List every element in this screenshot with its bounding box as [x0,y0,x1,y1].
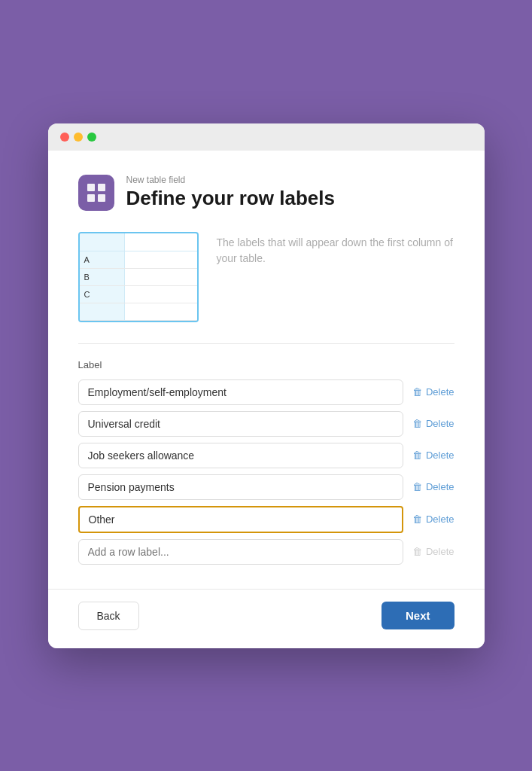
preview-col-normal [125,233,161,251]
svg-rect-3 [98,194,105,202]
label-row-1: 🗑 Delete [78,379,454,405]
delete-button-3[interactable]: 🗑 Delete [412,446,454,464]
trash-icon-1: 🗑 [412,386,422,398]
delete-label-5: Delete [426,513,454,525]
preview-col-normal-2 [161,233,197,251]
label-input-3[interactable] [78,443,403,468]
page-title: Define your row labels [126,187,335,210]
close-button[interactable] [60,133,69,142]
divider [78,343,454,344]
app-icon [78,175,114,211]
trash-icon-2: 🗑 [412,418,422,429]
trash-icon-6: 🗑 [412,546,422,557]
minimize-button[interactable] [74,133,83,142]
row-labels-list: 🗑 Delete 🗑 Delete 🗑 Delete [78,379,454,565]
traffic-lights [60,133,96,142]
back-button[interactable]: Back [78,602,139,630]
preview-row-b: B [80,269,197,286]
svg-rect-0 [87,184,95,191]
delete-button-6[interactable]: 🗑 Delete [412,543,454,560]
delete-button-1[interactable]: 🗑 Delete [412,383,454,401]
delete-label-3: Delete [426,449,454,461]
svg-rect-2 [87,194,95,202]
main-content: New table field Define your row labels A [48,151,485,589]
preview-section: A B C [78,232,454,322]
preview-cell-a-2 [161,251,197,268]
svg-rect-1 [98,184,105,191]
preview-cell-empty-2 [161,303,197,320]
delete-button-4[interactable]: 🗑 Delete [412,478,454,495]
preview-row-c: C [80,286,197,303]
page-header: New table field Define your row labels [78,175,454,211]
trash-icon-3: 🗑 [412,449,422,461]
trash-icon-5: 🗑 [412,513,422,525]
label-input-2[interactable] [78,411,403,437]
footer: Back Next [48,589,485,648]
table-preview: A B C [78,232,199,322]
maximize-button[interactable] [87,133,96,142]
label-row-2: 🗑 Delete [78,411,454,437]
title-bar [48,123,485,151]
delete-label-2: Delete [426,418,454,429]
preview-cell-empty [80,303,125,320]
preview-cell-empty-1 [125,303,161,320]
delete-button-2[interactable]: 🗑 Delete [412,415,454,432]
preview-cell-b-2 [161,269,197,285]
label-input-5[interactable] [78,506,403,533]
preview-cell-a: A [80,251,125,268]
preview-cell-b-1 [125,269,161,285]
label-input-4[interactable] [78,474,403,500]
label-input-6[interactable] [78,539,403,565]
label-input-1[interactable] [78,379,403,405]
trash-icon-4: 🗑 [412,481,422,492]
app-window: New table field Define your row labels A [48,123,485,648]
preview-cell-a-1 [125,251,161,268]
delete-label-6: Delete [426,546,454,557]
preview-cell-c: C [80,286,125,303]
header-text: New table field Define your row labels [126,175,335,210]
preview-description: The labels that will appear down the fir… [217,232,454,267]
preview-cell-c-1 [125,286,161,303]
delete-label-4: Delete [426,481,454,492]
preview-col-highlight [80,233,125,251]
label-heading: Label [78,359,454,370]
delete-button-5[interactable]: 🗑 Delete [412,510,454,528]
label-row-4: 🗑 Delete [78,474,454,500]
preview-row-a: A [80,251,197,269]
label-row-6: 🗑 Delete [78,539,454,565]
next-button[interactable]: Next [382,602,454,629]
preview-row-empty [80,303,197,321]
label-row-3: 🗑 Delete [78,443,454,468]
preview-cell-b: B [80,269,125,285]
preview-cell-c-2 [161,286,197,303]
delete-label-1: Delete [426,386,454,398]
page-subtitle: New table field [126,175,335,185]
label-row-5: 🗑 Delete [78,506,454,533]
